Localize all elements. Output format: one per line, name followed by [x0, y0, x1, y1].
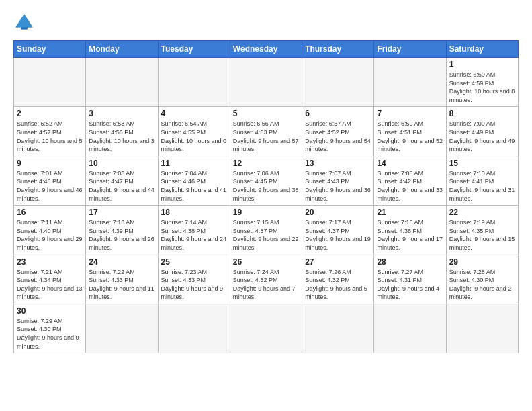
day-number: 14: [377, 158, 443, 168]
day-number: 21: [377, 208, 443, 217]
header: [13, 12, 519, 34]
calendar-cell: [302, 304, 374, 353]
day-info: Sunrise: 7:17 AM Sunset: 4:37 PM Dayligh…: [305, 218, 371, 252]
day-number: 22: [449, 208, 515, 217]
calendar-cell: [374, 304, 446, 353]
day-number: 18: [161, 208, 227, 217]
weekday-header-saturday: Saturday: [446, 41, 518, 58]
calendar-cell: 30Sunrise: 7:29 AM Sunset: 4:30 PM Dayli…: [14, 304, 86, 353]
calendar-week-row: 1Sunrise: 6:50 AM Sunset: 4:59 PM Daylig…: [14, 58, 519, 107]
day-number: 15: [449, 158, 515, 168]
calendar-cell: 22Sunrise: 7:19 AM Sunset: 4:35 PM Dayli…: [446, 205, 518, 255]
day-number: 3: [89, 109, 154, 118]
calendar-cell: 20Sunrise: 7:17 AM Sunset: 4:37 PM Dayli…: [302, 205, 374, 255]
day-info: Sunrise: 7:28 AM Sunset: 4:30 PM Dayligh…: [449, 268, 515, 302]
weekday-header-thursday: Thursday: [302, 41, 374, 58]
day-info: Sunrise: 7:15 AM Sunset: 4:37 PM Dayligh…: [233, 218, 299, 252]
day-info: Sunrise: 7:00 AM Sunset: 4:49 PM Dayligh…: [449, 120, 515, 153]
day-info: Sunrise: 7:13 AM Sunset: 4:39 PM Dayligh…: [89, 218, 154, 252]
day-number: 10: [89, 158, 154, 168]
calendar-week-row: 30Sunrise: 7:29 AM Sunset: 4:30 PM Dayli…: [14, 304, 519, 353]
calendar-cell: [158, 304, 230, 353]
weekday-header-row: SundayMondayTuesdayWednesdayThursdayFrid…: [14, 41, 519, 58]
calendar-cell: 3Sunrise: 6:53 AM Sunset: 4:56 PM Daylig…: [86, 107, 158, 156]
day-number: 11: [161, 158, 227, 168]
day-info: Sunrise: 6:52 AM Sunset: 4:57 PM Dayligh…: [17, 120, 83, 153]
calendar-cell: 28Sunrise: 7:27 AM Sunset: 4:31 PM Dayli…: [374, 255, 446, 304]
day-info: Sunrise: 7:14 AM Sunset: 4:38 PM Dayligh…: [161, 218, 227, 252]
day-number: 30: [17, 306, 83, 316]
day-info: Sunrise: 7:08 AM Sunset: 4:42 PM Dayligh…: [377, 169, 443, 203]
calendar-cell: 17Sunrise: 7:13 AM Sunset: 4:39 PM Dayli…: [86, 205, 158, 255]
day-info: Sunrise: 7:03 AM Sunset: 4:47 PM Dayligh…: [89, 169, 154, 203]
calendar-cell: [446, 304, 518, 353]
day-info: Sunrise: 7:24 AM Sunset: 4:32 PM Dayligh…: [233, 268, 299, 302]
svg-marker-2: [15, 14, 33, 27]
day-number: 24: [89, 257, 154, 267]
day-info: Sunrise: 7:29 AM Sunset: 4:30 PM Dayligh…: [17, 317, 83, 351]
day-number: 20: [305, 208, 371, 217]
weekday-header-monday: Monday: [86, 41, 158, 58]
day-info: Sunrise: 7:22 AM Sunset: 4:33 PM Dayligh…: [89, 268, 154, 302]
day-number: 13: [305, 158, 371, 168]
calendar-cell: 6Sunrise: 6:57 AM Sunset: 4:52 PM Daylig…: [302, 107, 374, 156]
calendar-week-row: 9Sunrise: 7:01 AM Sunset: 4:48 PM Daylig…: [14, 156, 519, 205]
day-number: 8: [449, 109, 515, 118]
calendar-cell: 4Sunrise: 6:54 AM Sunset: 4:55 PM Daylig…: [158, 107, 230, 156]
calendar-cell: [158, 58, 230, 107]
calendar-cell: 24Sunrise: 7:22 AM Sunset: 4:33 PM Dayli…: [86, 255, 158, 304]
calendar: SundayMondayTuesdayWednesdayThursdayFrid…: [13, 40, 519, 353]
day-info: Sunrise: 6:59 AM Sunset: 4:51 PM Dayligh…: [377, 120, 443, 153]
calendar-cell: [302, 58, 374, 107]
calendar-cell: 11Sunrise: 7:04 AM Sunset: 4:46 PM Dayli…: [158, 156, 230, 205]
logo-icon: [13, 12, 35, 34]
day-info: Sunrise: 7:27 AM Sunset: 4:31 PM Dayligh…: [377, 268, 443, 302]
calendar-cell: 26Sunrise: 7:24 AM Sunset: 4:32 PM Dayli…: [230, 255, 302, 304]
day-number: 4: [161, 109, 227, 118]
day-number: 9: [17, 158, 83, 168]
day-number: 17: [89, 208, 154, 217]
day-info: Sunrise: 7:19 AM Sunset: 4:35 PM Dayligh…: [449, 218, 515, 252]
calendar-cell: 15Sunrise: 7:10 AM Sunset: 4:41 PM Dayli…: [446, 156, 518, 205]
day-info: Sunrise: 7:23 AM Sunset: 4:33 PM Dayligh…: [161, 268, 227, 302]
calendar-cell: [230, 304, 302, 353]
day-info: Sunrise: 6:54 AM Sunset: 4:55 PM Dayligh…: [161, 120, 227, 153]
day-number: 26: [233, 257, 299, 267]
calendar-cell: 23Sunrise: 7:21 AM Sunset: 4:34 PM Dayli…: [14, 255, 86, 304]
day-number: 16: [17, 208, 83, 217]
day-info: Sunrise: 7:06 AM Sunset: 4:45 PM Dayligh…: [233, 169, 299, 203]
calendar-cell: 10Sunrise: 7:03 AM Sunset: 4:47 PM Dayli…: [86, 156, 158, 205]
weekday-header-wednesday: Wednesday: [230, 41, 302, 58]
calendar-cell: [86, 304, 158, 353]
page: SundayMondayTuesdayWednesdayThursdayFrid…: [0, 0, 532, 360]
day-info: Sunrise: 7:26 AM Sunset: 4:32 PM Dayligh…: [305, 268, 371, 302]
calendar-cell: 19Sunrise: 7:15 AM Sunset: 4:37 PM Dayli…: [230, 205, 302, 255]
day-number: 7: [377, 109, 443, 118]
day-number: 12: [233, 158, 299, 168]
calendar-cell: 7Sunrise: 6:59 AM Sunset: 4:51 PM Daylig…: [374, 107, 446, 156]
day-number: 23: [17, 257, 83, 267]
logo: [13, 12, 39, 34]
calendar-cell: 14Sunrise: 7:08 AM Sunset: 4:42 PM Dayli…: [374, 156, 446, 205]
calendar-cell: 18Sunrise: 7:14 AM Sunset: 4:38 PM Dayli…: [158, 205, 230, 255]
day-info: Sunrise: 6:50 AM Sunset: 4:59 PM Dayligh…: [449, 71, 515, 104]
day-number: 27: [305, 257, 371, 267]
calendar-cell: [374, 58, 446, 107]
day-info: Sunrise: 7:04 AM Sunset: 4:46 PM Dayligh…: [161, 169, 227, 203]
day-number: 28: [377, 257, 443, 267]
calendar-cell: [14, 58, 86, 107]
calendar-cell: 9Sunrise: 7:01 AM Sunset: 4:48 PM Daylig…: [14, 156, 86, 205]
calendar-cell: 25Sunrise: 7:23 AM Sunset: 4:33 PM Dayli…: [158, 255, 230, 304]
day-number: 19: [233, 208, 299, 217]
calendar-week-row: 2Sunrise: 6:52 AM Sunset: 4:57 PM Daylig…: [14, 107, 519, 156]
day-info: Sunrise: 7:07 AM Sunset: 4:43 PM Dayligh…: [305, 169, 371, 203]
day-info: Sunrise: 7:21 AM Sunset: 4:34 PM Dayligh…: [17, 268, 83, 302]
weekday-header-friday: Friday: [374, 41, 446, 58]
weekday-header-sunday: Sunday: [14, 41, 86, 58]
calendar-cell: 12Sunrise: 7:06 AM Sunset: 4:45 PM Dayli…: [230, 156, 302, 205]
day-info: Sunrise: 6:57 AM Sunset: 4:52 PM Dayligh…: [305, 120, 371, 153]
day-info: Sunrise: 7:01 AM Sunset: 4:48 PM Dayligh…: [17, 169, 83, 203]
day-number: 5: [233, 109, 299, 118]
weekday-header-tuesday: Tuesday: [158, 41, 230, 58]
calendar-week-row: 16Sunrise: 7:11 AM Sunset: 4:40 PM Dayli…: [14, 205, 519, 255]
